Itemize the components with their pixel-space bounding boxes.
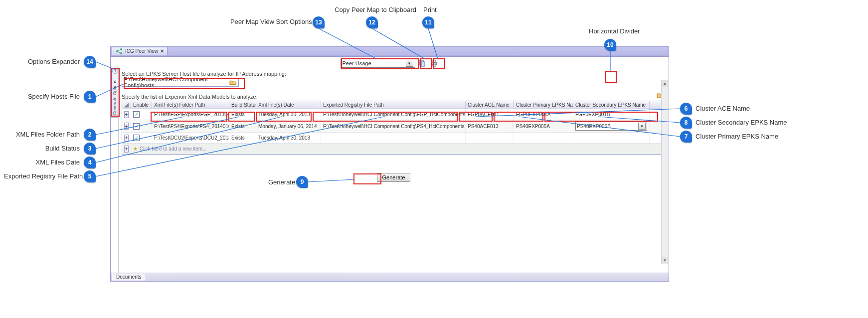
vertical-scrollbar[interactable]: ▲ ▼ [661, 80, 668, 264]
triangle-icon [124, 103, 129, 108]
callout-bubble: 7 [680, 131, 692, 143]
callout-bubble: 10 [604, 39, 616, 51]
callout-label: Horizontal Divider [589, 27, 640, 35]
folder-open-icon[interactable] [229, 78, 237, 86]
callout-bubble: 1 [84, 91, 96, 103]
cell-date: Tuesday, April 30, 2013 [256, 133, 321, 143]
expand-row-button[interactable]: + [124, 123, 129, 130]
svg-rect-7 [433, 64, 436, 66]
body: ‹ Generate Options Select an EPKS Server… [111, 69, 669, 273]
callout-label: Exported Registry File Path [4, 172, 80, 180]
callout-bubble: 3 [84, 143, 96, 155]
cell-regpath[interactable]: F:\Test\Honeywell\HCI Component Config\F… [321, 109, 466, 120]
callout-bubble: 9 [296, 176, 308, 188]
hosts-file-value: F:\Test\Honeywell\HCI Component Config\h… [124, 76, 229, 88]
callout-label: Peer Map View Sort Options [230, 18, 312, 25]
hosts-file-input[interactable]: F:\Test\Honeywell\HCI Component Config\h… [122, 78, 239, 87]
cell-regpath[interactable]: F:\Test\Honeywell\HCI Component Config\P… [321, 120, 466, 132]
callout-bubble: 4 [84, 157, 96, 168]
cell-folder[interactable]: F:\Test\PS4\Exports\PS4_20140106 [152, 120, 229, 132]
generate-button[interactable]: Generate [377, 173, 411, 182]
col-ace[interactable]: Cluster ACE Name [466, 101, 514, 109]
callout-label: Copy Peer Map to Clipboard [335, 6, 416, 13]
cell-regpath[interactable] [321, 133, 466, 143]
callout-label: XML Files Date [4, 159, 80, 166]
scroll-down-icon[interactable]: ▼ [662, 257, 668, 264]
col-enable[interactable]: Enable [131, 101, 152, 109]
tab-bar: ICG Peer View ✕ [111, 47, 669, 55]
cell-date: Tuesday, April 30, 2013 [256, 109, 321, 120]
cell-pri[interactable]: PS40EXP005A [514, 120, 573, 132]
copy-clipboard-button[interactable] [417, 58, 427, 68]
col-pri[interactable]: Cluster Primary EPKS Name [514, 101, 573, 109]
close-icon[interactable]: ✕ [160, 48, 164, 54]
options-expander-strip: ‹ Generate Options [111, 69, 119, 273]
expand-row-button[interactable]: + [124, 111, 129, 118]
callout-label: Cluster Primary EPKS Name [695, 133, 778, 140]
cell-date: Monday, January 06, 2014 [256, 120, 321, 132]
callout-label: Print [423, 6, 437, 13]
generate-options-expander[interactable]: ‹ Generate Options [111, 71, 118, 118]
chevron-down-icon: ▼ [406, 60, 413, 67]
sort-options-dropdown[interactable]: Peer Usage ▼ [341, 59, 415, 68]
models-list-label: Specify the list of Experion Xml Data Mo… [122, 94, 666, 100]
printer-icon [430, 59, 438, 67]
cell-build: Exists [229, 133, 256, 143]
grid-header-row: Enable Xml File(s) Folder Path Build Sta… [122, 101, 665, 109]
col-build[interactable]: Build Status [229, 101, 256, 109]
enable-checkbox[interactable]: ✓ [133, 111, 140, 118]
icg-peer-view-window: ICG Peer View ✕ Peer Usage ▼ ‹ [110, 46, 669, 282]
svg-rect-4 [421, 62, 425, 66]
new-item-row[interactable]: + ★ Click here to add a new item... [122, 144, 665, 155]
scroll-up-icon[interactable]: ▲ [662, 80, 668, 87]
callout-bubble: 11 [422, 16, 434, 28]
cell-sec-dropdown[interactable]: PS40EXP005B ▼ [575, 122, 647, 131]
cell-folder[interactable]: F:\Test\FGP\Exports\FGP_20130430 [152, 109, 229, 120]
callout-bubble: 13 [313, 16, 325, 28]
callout-bubble: 8 [680, 117, 692, 129]
tab-icg-peer-view[interactable]: ICG Peer View ✕ [112, 47, 168, 55]
cell-sec[interactable] [573, 133, 650, 143]
callout-label: Cluster ACE Name [695, 105, 750, 112]
col-sec[interactable]: Cluster Secondary EPKS Name [573, 101, 650, 109]
callout-label: Build Status [4, 145, 80, 152]
callout-label: XML Files Folder Path [4, 131, 80, 138]
cell-ace[interactable]: PS40ACE013 [466, 120, 514, 132]
cell-sec[interactable]: PS40EXP005B ▼ [573, 120, 650, 132]
cell-sec[interactable]: FGP0EXP001B [573, 109, 650, 120]
expand-row-button[interactable]: + [124, 146, 129, 153]
table-row[interactable]: + ✓ F:\Test\FGP\Exports\FGP_20130430 Exi… [122, 109, 665, 120]
documents-tab[interactable]: Documents [112, 274, 146, 281]
cell-pri[interactable]: FGP0EXP001A [514, 109, 573, 120]
data-grid: Enable Xml File(s) Folder Path Build Sta… [122, 101, 666, 155]
expand-row-button[interactable]: + [124, 135, 129, 142]
bottom-bar: Documents [111, 273, 669, 281]
tab-title: ICG Peer View [125, 48, 158, 54]
table-row[interactable]: + ✓ F:\Test\DCU2\Exports\DCU2_20130430 E… [122, 133, 665, 144]
print-button[interactable] [429, 58, 439, 68]
cell-ace[interactable]: FGP0ACE011 [466, 109, 514, 120]
share-icon [115, 47, 123, 55]
svg-point-1 [120, 48, 122, 50]
col-date[interactable]: Xml File(s) Date [256, 101, 321, 109]
new-item-text: Click here to add a new item... [140, 146, 207, 152]
callout-label: Options Expander [4, 58, 80, 65]
clipboard-icon [418, 59, 426, 67]
svg-point-2 [120, 52, 122, 54]
callout-bubble: 12 [366, 16, 378, 28]
callout-bubble: 2 [84, 129, 96, 141]
grid-corner[interactable] [122, 101, 131, 109]
enable-checkbox[interactable]: ✓ [133, 123, 140, 130]
col-folder[interactable]: Xml File(s) Folder Path [152, 101, 229, 109]
svg-rect-6 [433, 60, 436, 62]
enable-checkbox[interactable]: ✓ [133, 135, 140, 141]
cell-pri[interactable] [514, 133, 573, 143]
chevron-down-icon: ▼ [638, 123, 646, 130]
cell-ace[interactable] [466, 133, 514, 143]
col-regpath[interactable]: Exported Registry File Path [321, 101, 466, 109]
star-icon: ★ [133, 146, 138, 152]
callout-bubble: 5 [84, 170, 96, 182]
table-row[interactable]: + ✓ F:\Test\PS4\Exports\PS4_20140106 Exi… [122, 120, 665, 133]
callout-label: Specify Hosts File [4, 93, 80, 100]
cell-folder[interactable]: F:\Test\DCU2\Exports\DCU2_20130430 [152, 133, 229, 143]
